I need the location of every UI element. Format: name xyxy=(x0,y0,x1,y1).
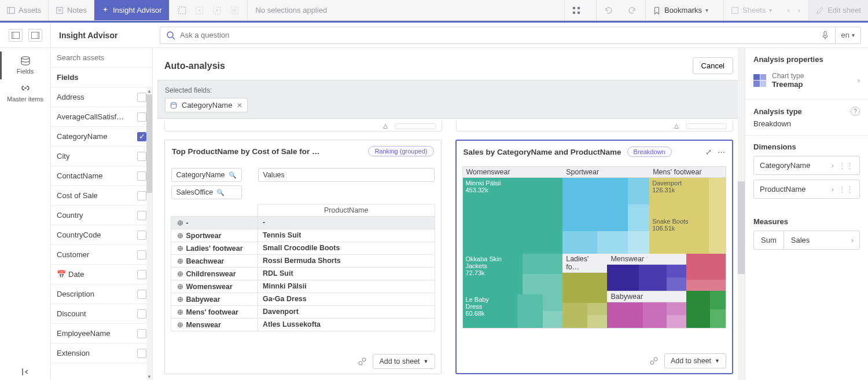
values-pill[interactable]: Values xyxy=(258,168,435,182)
tm-block-lebaby[interactable]: Le BabyDress60.68k xyxy=(463,294,518,328)
pivot-row[interactable]: ⊕ ChildrenswearRDL Suit xyxy=(171,267,435,280)
tm-block[interactable] xyxy=(709,216,726,254)
edit-sheet-button[interactable]: Edit sheet xyxy=(808,0,868,20)
add-to-sheet-button[interactable]: Add to sheet ▼ xyxy=(373,354,435,369)
insight-advisor-tab[interactable]: Insight Advisor xyxy=(94,0,170,20)
field-row[interactable]: Address xyxy=(51,87,152,107)
tm-block[interactable] xyxy=(562,273,607,303)
prev-sheet-button[interactable]: ‹ xyxy=(787,6,789,14)
card-treemap[interactable]: Sales by CategoryName and ProductName Br… xyxy=(455,140,734,374)
tm-block[interactable] xyxy=(523,254,562,274)
tm-block[interactable] xyxy=(607,302,642,328)
tm-block-okkaba[interactable]: Okkaba SkinJackets72.73k xyxy=(463,254,523,294)
pivot-row[interactable]: ⊕ MenswearAtles Lussekofta xyxy=(171,318,435,331)
step-back-icon[interactable] xyxy=(195,6,204,15)
cancel-button[interactable]: Cancel xyxy=(693,57,733,74)
add-to-sheet-button[interactable]: Add to sheet ▼ xyxy=(664,353,726,368)
expand-icon[interactable]: ⊕ xyxy=(176,257,184,265)
scrollbar-thumb[interactable] xyxy=(146,94,152,193)
pivot-row[interactable]: ⊕ Mens' footwearDavenport xyxy=(171,305,435,318)
selections-tool[interactable] xyxy=(564,0,588,20)
explore-icon[interactable] xyxy=(358,357,367,366)
expand-icon[interactable]: ⊕ xyxy=(176,218,184,227)
tm-block-snake[interactable]: Snake Boots106.51k xyxy=(649,216,709,254)
tm-block[interactable] xyxy=(628,178,649,204)
explore-icon[interactable] xyxy=(649,356,659,366)
drag-handle-icon[interactable]: ⋮⋮ xyxy=(838,185,854,193)
field-row[interactable]: CountryCode xyxy=(51,225,152,245)
field-checkbox[interactable] xyxy=(137,93,146,102)
tm-block[interactable] xyxy=(686,254,726,280)
tm-block[interactable] xyxy=(543,294,563,310)
pivot-row[interactable]: ⊕ BeachwearRossi Bermuda Shorts xyxy=(171,254,435,267)
expand-icon[interactable]: ⊕ xyxy=(176,320,184,329)
tm-block-davenport[interactable]: Davenport126.31k xyxy=(649,178,709,216)
stub-button[interactable] xyxy=(686,123,727,129)
tm-block[interactable] xyxy=(667,265,686,277)
pivot-row[interactable]: ⊕ WomenswearMinnki Pälsii xyxy=(171,280,435,293)
field-checkbox[interactable] xyxy=(137,152,146,161)
fields-search-input[interactable] xyxy=(57,53,146,62)
tm-block[interactable] xyxy=(562,303,587,328)
sheets-dropdown[interactable]: Sheets ▾ xyxy=(723,0,779,20)
tm-block[interactable] xyxy=(710,291,726,309)
expand-icon[interactable]: ⊕ xyxy=(176,244,184,253)
chip-remove-icon[interactable]: ✕ xyxy=(237,101,242,109)
chart-type-row[interactable]: Chart type Treemap › xyxy=(753,68,860,92)
scrollbar-thumb[interactable] xyxy=(738,181,745,274)
tm-block[interactable] xyxy=(686,291,710,328)
field-checkbox[interactable] xyxy=(137,329,146,338)
layout-left-button[interactable] xyxy=(9,29,23,42)
fields-search-box[interactable] xyxy=(51,48,152,68)
step-fwd-icon[interactable] xyxy=(212,6,222,15)
tm-block[interactable] xyxy=(587,303,608,315)
nav-fields[interactable]: Fields xyxy=(0,52,50,79)
next-sheet-button[interactable]: › xyxy=(798,6,800,14)
field-row[interactable]: EmployeeName xyxy=(51,324,152,344)
field-row[interactable]: ContactName xyxy=(51,166,152,186)
language-dropdown[interactable]: en ▾ xyxy=(836,27,861,44)
nav-master-items[interactable]: Master items xyxy=(0,79,50,107)
field-checkbox[interactable] xyxy=(137,191,146,200)
tm-block[interactable] xyxy=(667,277,686,290)
fullscreen-icon[interactable]: ⤢ xyxy=(705,148,712,156)
field-row[interactable]: 📅Date xyxy=(51,265,152,284)
dimension-item-category[interactable]: CategoryName ›⋮⋮ xyxy=(753,156,860,175)
tm-block[interactable] xyxy=(562,178,627,231)
scroll-up-arrow[interactable]: ▲ xyxy=(146,87,152,94)
field-row[interactable]: AverageCallSatisfac… xyxy=(51,107,152,127)
tm-block[interactable] xyxy=(597,231,627,254)
field-row[interactable]: CategoryName✓ xyxy=(51,127,152,147)
field-row[interactable]: Extension xyxy=(51,344,152,363)
dim-pill-office[interactable]: SalesOffice🔍 xyxy=(171,185,242,199)
field-checkbox[interactable] xyxy=(137,270,146,279)
tm-block[interactable] xyxy=(587,315,608,328)
field-row[interactable]: Country xyxy=(51,206,152,225)
field-checkbox[interactable] xyxy=(137,231,146,240)
expand-icon[interactable]: ⊕ xyxy=(176,269,184,278)
field-row[interactable]: Description xyxy=(51,284,152,304)
expand-icon[interactable]: ⊕ xyxy=(176,308,184,316)
field-checkbox[interactable] xyxy=(137,211,146,220)
info-icon[interactable]: ? xyxy=(851,107,860,116)
field-checkbox[interactable] xyxy=(137,349,146,358)
bookmarks-dropdown[interactable]: Bookmarks ▾ xyxy=(645,0,715,20)
drag-handle-icon[interactable]: ⋮⋮ xyxy=(838,161,854,170)
tm-block[interactable] xyxy=(628,204,649,231)
tm-block[interactable] xyxy=(686,280,726,291)
question-input[interactable] xyxy=(180,31,810,39)
tm-block-minnki[interactable]: Minnki Pälsii453.32k xyxy=(463,178,563,254)
collapse-rail-button[interactable] xyxy=(0,367,50,377)
main-scrollbar[interactable] xyxy=(738,48,745,380)
field-row[interactable]: City xyxy=(51,147,152,166)
tm-block[interactable] xyxy=(639,265,667,291)
tm-block[interactable] xyxy=(543,311,563,328)
mic-button[interactable] xyxy=(815,27,836,44)
tm-block[interactable] xyxy=(562,231,597,254)
pivot-row[interactable]: ⊕ Ladies' footwearSmall Crocodile Boots xyxy=(171,242,435,254)
tm-block[interactable] xyxy=(667,302,686,315)
tm-block[interactable] xyxy=(607,265,639,291)
more-icon[interactable]: ⋯ xyxy=(718,148,725,156)
measure-item[interactable]: Sum Sales › xyxy=(753,231,860,250)
smart-select-icon[interactable] xyxy=(178,6,187,15)
